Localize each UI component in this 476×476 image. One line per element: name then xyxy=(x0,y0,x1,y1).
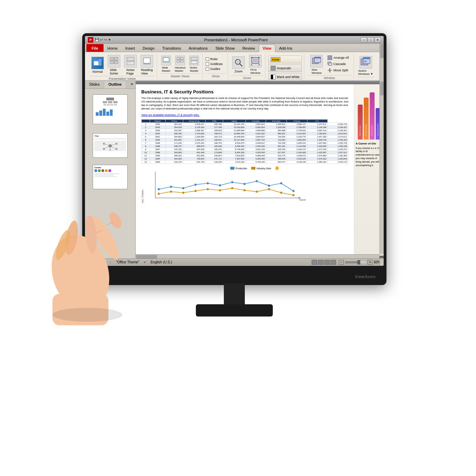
tab-design[interactable]: Design xyxy=(139,44,158,52)
slides-tab[interactable]: Slides xyxy=(85,81,104,88)
switch-buttons: ppt SwitchWindows ▼ xyxy=(357,54,375,77)
svg-text:+: + xyxy=(237,61,239,64)
svg-text:Months: Months xyxy=(299,199,306,201)
close-button[interactable]: ✕ xyxy=(375,37,381,42)
zoom-plus-button[interactable]: + xyxy=(368,260,372,265)
switch-windows-label xyxy=(357,77,375,78)
bw-icon xyxy=(271,74,276,79)
gridlines-checkbox[interactable]: Gridlines xyxy=(206,62,226,66)
career-heading: A Career of Glo xyxy=(356,142,382,145)
screen: P 💾 ↩ ↪ ▼ Presentation1 - Microsoft Powe… xyxy=(85,36,384,266)
normal-view-status-btn[interactable] xyxy=(312,260,317,265)
status-bar: Slide 1 of 1 | "Office Theme" ✓ English … xyxy=(85,258,384,265)
slide-h-scrollbar[interactable] xyxy=(136,254,379,258)
slide-thumb-2[interactable]: Title xyxy=(93,133,128,158)
svg-rect-2 xyxy=(99,59,101,62)
svg-rect-16 xyxy=(147,63,150,64)
table-row: 32003331,0071,936,497165,82311,685,9004,… xyxy=(142,129,348,132)
grayscale-icon xyxy=(271,66,276,71)
zoom-label: Zoom xyxy=(231,75,263,80)
tab-slideshow[interactable]: Slide Show xyxy=(212,44,239,52)
tab-animations[interactable]: Animations xyxy=(185,44,211,52)
zoom-button[interactable]: + Zoom xyxy=(231,56,246,74)
reading-view-status-btn[interactable] xyxy=(324,260,330,265)
gridlines-check-box xyxy=(206,62,209,66)
grayscale-button[interactable]: Grayscale xyxy=(268,64,302,72)
fit-to-window-button[interactable]: Fit toWindow xyxy=(248,54,263,75)
new-window-button[interactable]: NewWindow xyxy=(309,54,324,75)
slide-h-scroll-thumb[interactable] xyxy=(136,255,157,258)
window-group: NewWindow xyxy=(305,54,354,79)
svg-rect-20 xyxy=(180,57,183,59)
slide-sorter-status-btn[interactable] xyxy=(318,260,324,265)
arrange-all-button[interactable]: Arrange All xyxy=(326,55,350,61)
svg-point-73 xyxy=(243,183,246,185)
svg-rect-4 xyxy=(110,57,114,60)
svg-rect-91 xyxy=(52,294,108,325)
svg-point-68 xyxy=(182,187,184,189)
minimize-button[interactable]: ─ xyxy=(361,37,367,42)
panel-scroll-thumb[interactable] xyxy=(380,44,384,58)
slide-thumb-3[interactable]: Content xyxy=(93,165,128,189)
normal-view-button[interactable]: Normal xyxy=(90,56,105,74)
svg-rect-14 xyxy=(144,58,150,63)
window-title: Presentation1 - Microsoft PowerPoint xyxy=(204,38,268,42)
svg-marker-32 xyxy=(251,64,253,65)
ruler-checkbox[interactable]: Ruler xyxy=(206,57,226,61)
slide-v-scrollbar[interactable] xyxy=(379,81,384,254)
reading-view-button[interactable]: ReadingView xyxy=(139,54,155,76)
tab-file[interactable]: File xyxy=(86,44,104,52)
zoom-minus-button[interactable]: − xyxy=(339,260,344,265)
handout-master-button[interactable]: HandoutMaster xyxy=(173,55,187,73)
color-button[interactable]: Color xyxy=(268,56,302,63)
window-label: Window xyxy=(307,75,351,80)
monitor: P 💾 ↩ ↪ ▼ Presentation1 - Microsoft Powe… xyxy=(82,33,386,285)
cascade-button[interactable]: Cascade xyxy=(326,61,350,67)
presentation-views-group: Normal xyxy=(88,54,157,79)
svg-point-76 xyxy=(280,182,282,184)
svg-rect-15 xyxy=(144,63,147,64)
slide-v-scroll-thumb[interactable] xyxy=(380,81,384,95)
reading-view-icon xyxy=(141,55,153,68)
tab-addins[interactable]: Add-Ins xyxy=(275,44,296,52)
svg-rect-22 xyxy=(180,60,183,62)
slide-sorter-button[interactable]: SlideSorter xyxy=(106,54,122,76)
customize-icon[interactable]: ▼ xyxy=(108,38,111,42)
svg-rect-36 xyxy=(314,57,321,58)
notes-page-button[interactable]: NotesPage xyxy=(123,54,138,76)
language-status: English (U.S.) xyxy=(150,260,172,264)
svg-text:ppt: ppt xyxy=(364,60,367,62)
slide-link[interactable]: View our available business, IT & securi… xyxy=(141,113,348,116)
svg-point-81 xyxy=(194,190,197,192)
tab-insert[interactable]: Insert xyxy=(121,44,139,52)
table-row: 121994264,928700,605141,7127,397,6505,28… xyxy=(142,157,348,161)
tab-transitions[interactable]: Transitions xyxy=(158,44,185,52)
maximize-button[interactable]: □ xyxy=(368,37,374,42)
slide-master-button[interactable]: SlideMaster xyxy=(160,55,172,73)
move-split-icon xyxy=(327,68,332,73)
tab-view[interactable]: View xyxy=(259,44,275,52)
tab-home[interactable]: Home xyxy=(104,44,121,52)
zoom-slider[interactable] xyxy=(345,261,366,263)
redo-icon[interactable]: ↪ xyxy=(104,38,107,42)
slideshow-status-btn[interactable] xyxy=(331,260,336,265)
notes-master-button[interactable]: NotesMaster xyxy=(188,55,200,73)
slide-thumb-1[interactable] xyxy=(93,94,128,124)
monitor-bezel: P 💾 ↩ ↪ ▼ Presentation1 - Microsoft Powe… xyxy=(85,36,384,266)
black-white-button[interactable]: Black and White xyxy=(268,73,302,81)
line-chart: Months xyxy=(148,170,306,203)
zoom-icon: + xyxy=(232,56,245,69)
move-split-button[interactable]: Move Split xyxy=(326,68,350,73)
save-icon[interactable]: 💾 xyxy=(95,38,99,42)
slide-master-icon xyxy=(161,56,171,65)
svg-point-83 xyxy=(219,189,221,191)
switch-windows-button[interactable]: ppt SwitchWindows ▼ xyxy=(357,55,375,76)
move-split-label: Move Split xyxy=(333,69,348,72)
outline-tab[interactable]: Outline xyxy=(104,81,126,88)
tab-review[interactable]: Review xyxy=(239,44,259,52)
panel-close-button[interactable]: ✕ xyxy=(128,81,135,88)
undo-icon[interactable]: ↩ xyxy=(100,38,103,42)
guides-checkbox[interactable]: Guides xyxy=(206,67,226,71)
svg-rect-19 xyxy=(177,57,180,59)
presentation-views-label: Presentation Views xyxy=(90,76,155,80)
